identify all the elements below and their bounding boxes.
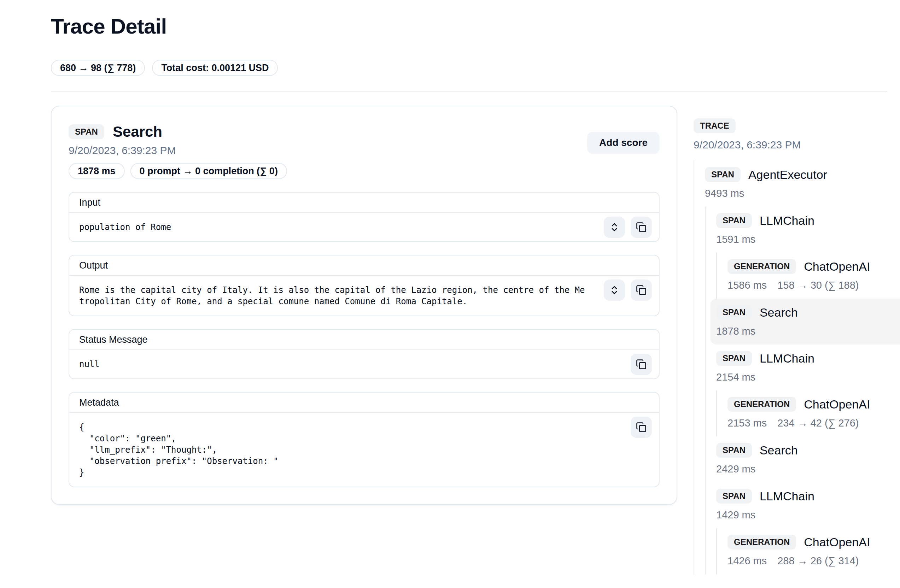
node-duration: 2154 ms: [716, 370, 756, 384]
trace-badge: TRACE: [694, 118, 736, 133]
generation-badge: GENERATION: [728, 397, 796, 412]
trace-children: SPAN AgentExecutor 9493 ms SPAN LLMChain: [694, 161, 900, 574]
span-badge: SPAN: [716, 213, 752, 228]
status-copy-button[interactable]: [631, 354, 652, 375]
input-expand-button[interactable]: [604, 217, 625, 238]
node-name: LLMChain: [760, 351, 815, 365]
observation-pills: 1878 ms 0 prompt → 0 completion (∑ 0): [68, 163, 287, 179]
tree-row-agent-executor[interactable]: SPAN AgentExecutor 9493 ms: [705, 161, 900, 207]
node-name: ChatOpenAI: [804, 398, 870, 411]
node-duration: 1429 ms: [716, 508, 756, 522]
node-name: Search: [760, 306, 798, 319]
tree-row-llmchain-1[interactable]: SPAN LLMChain 1591 ms: [716, 207, 900, 253]
input-content: population of Rome: [79, 221, 587, 233]
chevrons-up-down-icon: [609, 222, 620, 232]
tree-node-llmchain-1: SPAN LLMChain 1591 ms GENERATION ChatOpe…: [716, 207, 900, 299]
node-duration: 1426 ms: [728, 554, 767, 568]
trace-detail-page: Trace Detail 680 → 98 (∑ 778) Total cost…: [0, 0, 900, 588]
input-section-label: Input: [69, 193, 659, 213]
metadata-section: Metadata { "color": "green", "llm_prefix…: [68, 392, 659, 487]
page-title: Trace Detail: [51, 14, 887, 39]
node-tokens: 234 → 42 (∑ 276): [777, 416, 859, 430]
observation-card: SPAN Search 9/20/2023, 6:39:23 PM 1878 m…: [51, 106, 677, 505]
generation-badge: GENERATION: [728, 259, 796, 274]
node-duration: 2153 ms: [728, 416, 767, 430]
page-header: Trace Detail 680 → 98 (∑ 778) Total cost…: [0, 0, 900, 76]
add-score-button[interactable]: Add score: [587, 132, 659, 154]
copy-icon: [636, 422, 647, 433]
tree-row-chatopenai-3[interactable]: GENERATION ChatOpenAI 1426 ms 288 → 26 (…: [728, 528, 900, 574]
observation-token-pill: 0 prompt → 0 completion (∑ 0): [130, 163, 287, 179]
copy-icon: [636, 359, 647, 370]
tree-row-search-1[interactable]: SPAN Search 1878 ms: [711, 299, 900, 345]
node-name: AgentExecutor: [748, 168, 827, 182]
trace-root-node[interactable]: TRACE 9/20/2023, 6:39:23 PM: [694, 118, 900, 151]
trace-token-usage-pill: 680 → 98 (∑ 778): [51, 60, 145, 76]
trace-total-cost-pill: Total cost: 0.00121 USD: [152, 60, 278, 76]
node-duration: 1586 ms: [728, 278, 767, 292]
tree-row-llmchain-3[interactable]: SPAN LLMChain 1429 ms: [716, 482, 900, 528]
span-badge: SPAN: [716, 305, 752, 320]
tree-row-chatopenai-1[interactable]: GENERATION ChatOpenAI 1586 ms 158 → 30 (…: [728, 253, 900, 299]
metadata-content: { "color": "green", "llm_prefix": "Thoug…: [79, 422, 649, 478]
node-duration: 9493 ms: [705, 186, 744, 200]
tree-row-chatopenai-2[interactable]: GENERATION ChatOpenAI 2153 ms 234 → 42 (…: [728, 390, 900, 436]
node-tokens: 288 → 26 (∑ 314): [777, 554, 859, 568]
copy-icon: [636, 285, 647, 296]
observation-title-block: SPAN Search 9/20/2023, 6:39:23 PM 1878 m…: [68, 123, 287, 179]
tree-node-agent-executor: SPAN AgentExecutor 9493 ms SPAN LLMChain: [705, 161, 900, 574]
metadata-copy-button[interactable]: [631, 416, 652, 438]
node-name: LLMChain: [760, 214, 815, 227]
span-badge: SPAN: [716, 351, 752, 366]
status-message-section: Status Message null: [68, 329, 659, 379]
tree-node-llmchain-2: SPAN LLMChain 2154 ms GENERATION ChatOpe…: [716, 345, 900, 436]
trace-summary-pills: 680 → 98 (∑ 778) Total cost: 0.00121 USD: [51, 60, 887, 76]
tree-row-search-2[interactable]: SPAN Search 2429 ms: [716, 436, 900, 482]
output-expand-button[interactable]: [604, 280, 625, 301]
metadata-label: Metadata: [69, 393, 659, 413]
input-section: Input population of Rome: [68, 192, 659, 242]
output-copy-button[interactable]: [631, 280, 652, 301]
span-badge: SPAN: [716, 443, 752, 458]
node-duration: 1878 ms: [716, 324, 756, 338]
generation-badge: GENERATION: [728, 535, 796, 549]
status-message-label: Status Message: [69, 330, 659, 350]
agent-executor-children: SPAN LLMChain 1591 ms GENERATION ChatOpe…: [705, 207, 900, 574]
observation-title: Search: [113, 123, 162, 140]
output-section-label: Output: [69, 255, 659, 276]
observation-header: SPAN Search 9/20/2023, 6:39:23 PM 1878 m…: [68, 123, 659, 179]
tree-row-llmchain-2[interactable]: SPAN LLMChain 2154 ms: [716, 345, 900, 390]
observation-timestamp: 9/20/2023, 6:39:23 PM: [68, 144, 287, 156]
node-name: ChatOpenAI: [804, 535, 870, 549]
node-duration: 2429 ms: [716, 462, 756, 476]
trace-timestamp: 9/20/2023, 6:39:23 PM: [694, 139, 900, 151]
output-section: Output Rome is the capital city of Italy…: [68, 255, 659, 316]
output-section-body: Rome is the capital city of Italy. It is…: [69, 276, 659, 316]
observation-latency-pill: 1878 ms: [68, 163, 125, 179]
metadata-body: { "color": "green", "llm_prefix": "Thoug…: [69, 413, 659, 487]
input-section-body: population of Rome: [69, 213, 659, 241]
tree-node-llmchain-3: SPAN LLMChain 1429 ms GENERATION ChatOpe…: [716, 482, 900, 574]
node-tokens: 158 → 30 (∑ 188): [777, 278, 859, 292]
span-badge: SPAN: [705, 167, 740, 182]
trace-tree: TRACE 9/20/2023, 6:39:23 PM SPAN AgentEx…: [694, 106, 900, 574]
node-name: LLMChain: [760, 489, 815, 503]
status-message-body: null: [69, 350, 659, 378]
copy-icon: [636, 222, 647, 232]
content-row: SPAN Search 9/20/2023, 6:39:23 PM 1878 m…: [0, 91, 900, 574]
node-name: ChatOpenAI: [804, 260, 870, 274]
status-message-content: null: [79, 359, 649, 370]
input-copy-button[interactable]: [631, 217, 652, 238]
observation-type-badge: SPAN: [68, 124, 104, 139]
chevrons-up-down-icon: [609, 285, 620, 296]
node-name: Search: [760, 444, 798, 457]
output-content: Rome is the capital city of Italy. It is…: [79, 285, 587, 307]
node-duration: 1591 ms: [716, 232, 756, 246]
span-badge: SPAN: [716, 489, 752, 504]
